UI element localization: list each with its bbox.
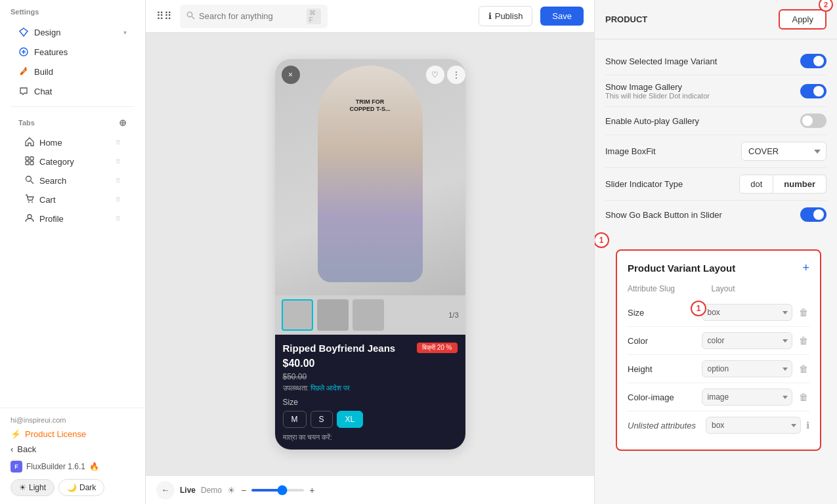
phone-preview: TRIM FORCOPPED T-S... × ♡ ⋮ 1/3 Ripped B… — [275, 59, 465, 450]
variant-layout-container: 1 Product Variant Layout + Attribute Slu… — [608, 242, 829, 459]
variant-layout-select-size[interactable]: boxcoloroptionimage — [702, 304, 793, 321]
size-xl[interactable]: XL — [337, 411, 364, 428]
original-price: $50.00 — [283, 372, 458, 381]
variant-layout-select-height[interactable]: optionboxcolorimage — [702, 360, 793, 377]
wrench-icon — [18, 66, 29, 77]
user-email: hi@inspireui.com — [11, 416, 135, 424]
delete-color-image-icon[interactable]: 🗑 — [798, 390, 809, 404]
grid-menu-icon[interactable]: ⠿⠿ — [156, 10, 172, 22]
product-license-link[interactable]: ⚡ Product License — [11, 429, 135, 439]
sun-icon[interactable]: ☀ — [227, 485, 236, 495]
toggle-show-selected[interactable] — [800, 54, 826, 68]
dark-theme-button[interactable]: 🌙 Dark — [58, 479, 104, 496]
chevron-down-icon: ▾ — [123, 29, 127, 36]
sidebar-item-profile[interactable]: Profile ⠿ — [18, 209, 127, 228]
zoom-slider[interactable] — [251, 489, 304, 492]
save-button[interactable]: Save — [540, 7, 584, 26]
flux-builder-label: F FluxBuilder 1.6.1 🔥 — [11, 461, 135, 472]
thumbnail-1[interactable] — [282, 299, 313, 331]
back-icon: ‹ — [11, 444, 13, 454]
live-button[interactable]: Live — [180, 486, 196, 495]
thumbnail-3[interactable] — [353, 299, 384, 331]
setting-label: Show Go Back Button in Slider — [605, 210, 722, 220]
settings-label: Settings — [11, 8, 135, 16]
variant-row-height: Height optionboxcolorimage 🗑 — [628, 355, 809, 383]
variant-title: Product Variant Layout — [628, 262, 735, 274]
close-button[interactable]: × — [282, 66, 300, 84]
grid-icon — [25, 156, 34, 167]
sidebar-item-design[interactable]: Design ▾ — [11, 22, 135, 42]
panel-content: Show Selected Image Variant Show Image G… — [595, 39, 837, 236]
image-boxfit-select[interactable]: COVER CONTAIN FILL — [741, 142, 826, 161]
canvas-bottom-bar: ← Live Demo ☀ − + — [146, 475, 594, 504]
delete-color-icon[interactable]: 🗑 — [798, 334, 809, 347]
variant-columns: Attribute Slug Layout — [628, 284, 809, 293]
search-icon — [25, 175, 34, 186]
light-theme-button[interactable]: ☀ Light — [11, 479, 54, 496]
more-button[interactable]: ⋮ — [447, 66, 465, 84]
prev-button[interactable]: ← — [156, 481, 175, 499]
add-variant-button[interactable]: + — [802, 261, 809, 275]
variant-attr: Color — [628, 336, 697, 346]
indicator-dot-button[interactable]: dot — [739, 175, 773, 194]
size-s[interactable]: S — [311, 411, 333, 428]
variant-row-color-image: Color-image imageboxcoloroption 🗑 — [628, 383, 809, 411]
product-info: Ripped Boyfriend Jeans बिक्री 20 % $40.0… — [275, 335, 465, 450]
sidebar-item-cart[interactable]: Cart ⠿ — [18, 190, 127, 209]
tab-label: Search — [39, 176, 66, 186]
info-icon[interactable]: ℹ — [806, 420, 809, 430]
sidebar-item-search[interactable]: Search ⠿ — [18, 171, 127, 190]
apply-button[interactable]: Apply — [779, 9, 826, 30]
zoom-out-button[interactable]: − — [241, 485, 246, 495]
toggle-go-back[interactable] — [800, 207, 826, 222]
demo-button[interactable]: Demo — [201, 486, 222, 495]
search-bar[interactable]: ⌘ F — [180, 5, 328, 28]
delete-height-icon[interactable]: 🗑 — [798, 362, 809, 375]
sidebar-item-build[interactable]: Build — [11, 62, 135, 81]
setting-label: Image BoxFit — [605, 146, 656, 156]
variant-row-unlisted: Unlisted attributes boxcoloroptionimage … — [628, 411, 809, 439]
drag-handle[interactable]: ⠿ — [116, 215, 120, 222]
canvas-area: 1 TRIM FORCOPPED T-S... × ♡ ⋮ — [146, 33, 594, 475]
sidebar-item-chat[interactable]: Chat — [11, 81, 135, 101]
zoom-in-button[interactable]: + — [309, 485, 314, 495]
variant-layout-select-color-image[interactable]: imageboxcoloroption — [702, 388, 793, 406]
variant-row-size: Size boxcoloroptionimage 🗑 — [628, 299, 809, 327]
variant-attr: Size — [628, 308, 697, 318]
publish-button[interactable]: ℹ Publish — [479, 6, 533, 26]
variant-layout-select-color[interactable]: colorboxoptionimage — [702, 332, 793, 349]
panel-title: PRODUCT — [605, 14, 647, 24]
thumbnail-2[interactable] — [317, 299, 349, 331]
sidebar: Settings Design ▾ Features Build Chat — [0, 0, 146, 504]
delete-size-icon[interactable]: 🗑 — [798, 306, 809, 319]
search-input[interactable] — [199, 11, 303, 21]
sidebar-item-label: Design — [34, 28, 60, 37]
person-icon — [25, 213, 34, 224]
product-image-area: TRIM FORCOPPED T-S... × ♡ ⋮ — [275, 59, 465, 295]
drag-handle[interactable]: ⠿ — [116, 196, 120, 203]
setting-label: Enable Auto-play Gallery — [605, 116, 699, 126]
setting-slider-indicator: Slider Indicator Type dot number — [605, 168, 826, 201]
drag-handle[interactable]: ⠿ — [116, 177, 120, 184]
wishlist-button[interactable]: ♡ — [426, 66, 444, 84]
search-icon — [186, 11, 195, 22]
sidebar-item-home[interactable]: Home ⠿ — [18, 133, 127, 152]
fire-icon: 🔥 — [89, 462, 99, 471]
variant-layout-select-unlisted[interactable]: boxcoloroptionimage — [706, 417, 801, 434]
home-icon — [25, 137, 34, 148]
add-tab-icon[interactable]: ⊕ — [119, 117, 127, 128]
toggle-autoplay[interactable] — [800, 114, 826, 128]
indicator-number-button[interactable]: number — [773, 175, 826, 194]
sidebar-item-category[interactable]: Category ⠿ — [18, 152, 127, 171]
setting-show-selected-image-variant: Show Selected Image Variant — [605, 47, 826, 75]
size-m[interactable]: M — [283, 411, 307, 428]
drag-handle[interactable]: ⠿ — [116, 158, 120, 165]
back-button[interactable]: ‹ Back — [11, 444, 135, 454]
variant-header: Product Variant Layout + — [628, 261, 809, 275]
sidebar-item-features[interactable]: Features — [11, 42, 135, 62]
qty-label: मात्रा का चयन करें: — [283, 433, 458, 442]
svg-point-7 — [32, 201, 33, 203]
right-panel: PRODUCT 2 Apply Show Selected Image Vari… — [594, 0, 837, 504]
drag-handle[interactable]: ⠿ — [116, 139, 120, 146]
toggle-show-gallery[interactable] — [800, 84, 826, 98]
